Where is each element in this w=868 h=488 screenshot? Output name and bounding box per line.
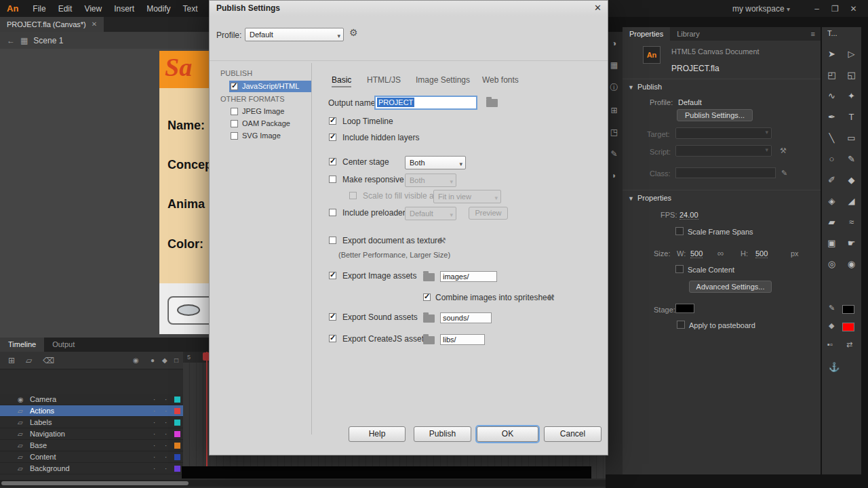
properties-section-header[interactable]: ▼Properties: [628, 194, 671, 202]
line-tool[interactable]: ╲: [822, 127, 842, 148]
oam-package-label[interactable]: OAM Package: [242, 119, 290, 127]
camera-tool[interactable]: ▣: [822, 232, 842, 253]
tab-timeline[interactable]: Timeline: [0, 338, 44, 352]
layer-color-swatch[interactable]: [174, 408, 180, 414]
center-stage-label[interactable]: Center stage: [342, 157, 389, 167]
advanced-settings-button[interactable]: Advanced Settings...: [689, 281, 772, 293]
camera-toggle-icon[interactable]: ◉: [133, 357, 139, 364]
export-texture-checkbox[interactable]: [329, 237, 336, 244]
export-createjs-checkbox[interactable]: [329, 335, 336, 342]
back-arrow-icon[interactable]: ←: [0, 36, 20, 45]
document-tab[interactable]: PROJECT.fla (Canvas*) ✕: [0, 17, 104, 32]
tab-web-fonts[interactable]: Web fonts: [482, 75, 519, 85]
export-createjs-label[interactable]: Export CreateJS assets: [342, 334, 428, 344]
profile-value[interactable]: Default: [678, 98, 702, 106]
asset-warp-tool[interactable]: ◉: [842, 253, 861, 274]
scene-breadcrumb[interactable]: Scene 1: [33, 36, 63, 45]
menu-text[interactable]: Text: [177, 4, 204, 14]
profile-dropdown[interactable]: Default▾: [245, 28, 344, 41]
width-tool[interactable]: ≈: [842, 211, 861, 232]
layer-row-actions[interactable]: ▱ Actions · ·: [0, 405, 183, 417]
images-folder-icon[interactable]: [423, 273, 435, 281]
pen-tool[interactable]: ✒: [822, 106, 842, 127]
createjs-folder-icon[interactable]: [423, 336, 435, 344]
output-folder-icon[interactable]: [486, 99, 498, 107]
height-value[interactable]: 500: [755, 249, 768, 258]
sounds-folder-icon[interactable]: [423, 314, 435, 323]
export-sounds-label[interactable]: Export Sound assets: [342, 312, 418, 322]
scale-content-checkbox[interactable]: [675, 265, 684, 273]
javascript-html-checkbox[interactable]: [231, 83, 238, 90]
tab-output[interactable]: Output: [44, 338, 83, 352]
lock-dot[interactable]: ·: [160, 395, 172, 403]
transform-panel-icon[interactable]: ◳: [610, 127, 618, 137]
eraser-tool[interactable]: ▰: [822, 211, 842, 232]
link-icon[interactable]: ∞: [717, 248, 724, 258]
lock-column-icon[interactable]: ◆: [162, 357, 167, 364]
output-name-input[interactable]: PROJECT: [375, 96, 477, 109]
jpeg-image-checkbox[interactable]: [231, 108, 238, 115]
pencil-icon[interactable]: ✎: [781, 169, 787, 178]
profile-options-gear-icon[interactable]: ⚙: [349, 27, 358, 38]
lock-dot[interactable]: ·: [160, 464, 172, 472]
lasso-tool[interactable]: ∿: [822, 85, 842, 106]
wrench-icon[interactable]: ⚒: [780, 146, 787, 155]
layer-color-swatch[interactable]: [174, 420, 180, 426]
menu-file[interactable]: File: [26, 4, 52, 14]
eyedropper-tool[interactable]: ◢: [842, 190, 861, 211]
layer-color-swatch[interactable]: [174, 431, 180, 437]
history-panel-icon[interactable]: ◗: [612, 171, 616, 180]
export-sounds-checkbox[interactable]: [329, 313, 336, 321]
width-value[interactable]: 500: [690, 249, 703, 258]
include-hidden-layers-label[interactable]: Include hidden layers: [342, 133, 419, 142]
tab-close-icon[interactable]: ✕: [92, 17, 97, 32]
restore-button[interactable]: ❐: [826, 4, 844, 14]
app-logo[interactable]: An: [0, 3, 26, 14]
panel-menu-icon[interactable]: ≡: [811, 30, 821, 38]
new-layer-icon[interactable]: ⊞: [8, 356, 15, 365]
lock-dot[interactable]: ·: [160, 441, 172, 449]
center-stage-checkbox[interactable]: [329, 158, 336, 165]
layer-row-navigation[interactable]: ▱ Navigation · ·: [0, 428, 183, 440]
new-folder-icon[interactable]: ▱: [26, 356, 32, 365]
tab-image-settings[interactable]: Image Settings: [416, 75, 470, 85]
layer-color-swatch[interactable]: [174, 454, 180, 460]
combine-spritesheet-label[interactable]: Combine images into spritesheet: [435, 293, 554, 302]
apply-pasteboard-checkbox[interactable]: [677, 321, 685, 329]
combine-spritesheet-checkbox[interactable]: [423, 293, 431, 301]
color-panel-icon[interactable]: ◑: [612, 39, 616, 48]
layer-row-camera[interactable]: ◉ Camera · ·: [0, 394, 183, 405]
layer-row-content[interactable]: ▱ Content · ·: [0, 451, 183, 463]
info-panel-icon[interactable]: ⓘ: [610, 82, 618, 94]
visibility-dot[interactable]: ·: [149, 395, 160, 403]
visibility-dot[interactable]: ·: [149, 430, 160, 438]
export-texture-label[interactable]: Export document as texture: [342, 236, 442, 245]
tools-panel-tab[interactable]: T...: [827, 29, 837, 37]
close-button[interactable]: ✕: [844, 4, 863, 14]
pencil-tool[interactable]: ✎: [842, 148, 861, 169]
sounds-path-field[interactable]: sounds/: [440, 312, 492, 323]
gradient-transform-tool[interactable]: ◱: [842, 64, 861, 85]
visibility-dot[interactable]: ·: [149, 464, 160, 472]
menu-view[interactable]: View: [78, 4, 108, 14]
loop-timeline-label[interactable]: Loop Timeline: [342, 117, 393, 126]
minimize-button[interactable]: –: [808, 4, 826, 14]
publish-section-header[interactable]: ▼Publish: [628, 83, 662, 91]
subselection-tool[interactable]: ▷: [842, 43, 861, 64]
tab-basic[interactable]: Basic: [332, 75, 351, 87]
center-stage-dropdown[interactable]: Both▾: [405, 156, 466, 169]
swatches-panel-icon[interactable]: ▦: [610, 60, 618, 70]
lock-dot[interactable]: ·: [160, 407, 172, 415]
wrench-icon[interactable]: ⚒: [547, 293, 555, 302]
cancel-button[interactable]: Cancel: [544, 426, 601, 442]
brush-panel-icon[interactable]: ✎: [610, 149, 617, 159]
timeline-scrollbar[interactable]: [0, 480, 606, 487]
layer-row-background[interactable]: ▱ Background · ·: [0, 463, 183, 474]
text-tool[interactable]: T: [842, 106, 861, 127]
svg-image-checkbox[interactable]: [231, 132, 238, 140]
zoom-tool[interactable]: ◎: [822, 253, 842, 274]
tab-library[interactable]: Library: [670, 27, 707, 41]
class-field[interactable]: [675, 167, 776, 178]
visibility-dot[interactable]: ·: [149, 453, 160, 461]
lock-dot[interactable]: ·: [160, 430, 172, 438]
